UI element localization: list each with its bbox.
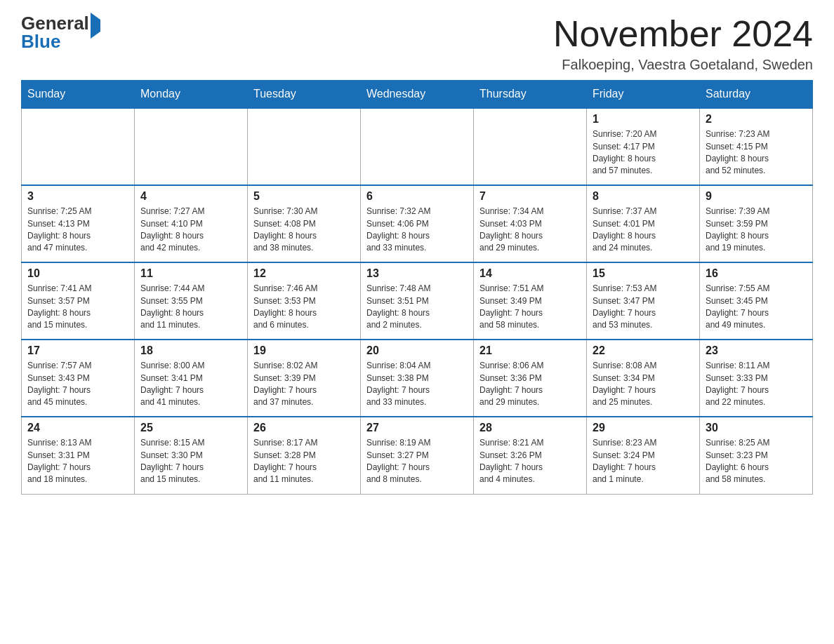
calendar-cell-w2-d7: 9Sunrise: 7:39 AM Sunset: 3:59 PM Daylig… — [700, 185, 813, 262]
day-number: 22 — [593, 344, 694, 357]
calendar-cell-w4-d6: 22Sunrise: 8:08 AM Sunset: 3:34 PM Dayli… — [587, 340, 700, 417]
day-info: Sunrise: 7:37 AM Sunset: 4:01 PM Dayligh… — [593, 206, 694, 255]
calendar-cell-w4-d4: 20Sunrise: 8:04 AM Sunset: 3:38 PM Dayli… — [361, 340, 474, 417]
calendar-cell-w5-d5: 28Sunrise: 8:21 AM Sunset: 3:26 PM Dayli… — [474, 417, 587, 494]
day-number: 1 — [593, 113, 694, 126]
day-number: 5 — [253, 190, 355, 203]
day-info: Sunrise: 7:46 AM Sunset: 3:53 PM Dayligh… — [253, 283, 355, 332]
calendar-cell-w2-d6: 8Sunrise: 7:37 AM Sunset: 4:01 PM Daylig… — [587, 185, 700, 262]
calendar-cell-w5-d4: 27Sunrise: 8:19 AM Sunset: 3:27 PM Dayli… — [361, 417, 474, 494]
day-number: 29 — [593, 422, 694, 434]
calendar-cell-w3-d7: 16Sunrise: 7:55 AM Sunset: 3:45 PM Dayli… — [700, 262, 813, 340]
day-number: 17 — [27, 344, 128, 357]
col-header-thursday: Thursday — [474, 81, 587, 109]
calendar-cell-w1-d2 — [135, 108, 248, 185]
day-number: 27 — [366, 422, 468, 434]
day-number: 12 — [253, 267, 355, 280]
calendar-cell-w4-d5: 21Sunrise: 8:06 AM Sunset: 3:36 PM Dayli… — [474, 340, 587, 417]
day-info: Sunrise: 8:11 AM Sunset: 3:33 PM Dayligh… — [706, 360, 807, 409]
calendar-cell-w5-d3: 26Sunrise: 8:17 AM Sunset: 3:28 PM Dayli… — [248, 417, 361, 494]
day-number: 13 — [366, 267, 468, 280]
logo-arrow-icon — [91, 13, 100, 39]
day-number: 26 — [253, 422, 355, 434]
month-title: November 2024 — [553, 14, 813, 54]
day-info: Sunrise: 8:00 AM Sunset: 3:41 PM Dayligh… — [140, 360, 241, 409]
col-header-friday: Friday — [587, 81, 700, 109]
day-info: Sunrise: 7:23 AM Sunset: 4:15 PM Dayligh… — [706, 128, 807, 177]
col-header-tuesday: Tuesday — [248, 81, 361, 109]
week-row-4: 17Sunrise: 7:57 AM Sunset: 3:43 PM Dayli… — [22, 340, 813, 417]
day-info: Sunrise: 7:20 AM Sunset: 4:17 PM Dayligh… — [593, 128, 694, 177]
calendar-cell-w5-d6: 29Sunrise: 8:23 AM Sunset: 3:24 PM Dayli… — [587, 417, 700, 494]
logo: General Blue — [21, 14, 100, 51]
calendar-cell-w3-d1: 10Sunrise: 7:41 AM Sunset: 3:57 PM Dayli… — [22, 262, 135, 340]
calendar-cell-w3-d6: 15Sunrise: 7:53 AM Sunset: 3:47 PM Dayli… — [587, 262, 700, 340]
calendar-cell-w5-d7: 30Sunrise: 8:25 AM Sunset: 3:23 PM Dayli… — [700, 417, 813, 494]
day-number: 3 — [27, 190, 128, 203]
calendar-cell-w1-d6: 1Sunrise: 7:20 AM Sunset: 4:17 PM Daylig… — [587, 108, 700, 185]
day-info: Sunrise: 8:06 AM Sunset: 3:36 PM Dayligh… — [479, 360, 581, 409]
day-number: 21 — [479, 344, 581, 357]
col-header-sunday: Sunday — [22, 81, 135, 109]
col-header-wednesday: Wednesday — [361, 81, 474, 109]
day-info: Sunrise: 7:55 AM Sunset: 3:45 PM Dayligh… — [706, 283, 807, 332]
day-number: 19 — [253, 344, 355, 357]
day-number: 4 — [140, 190, 241, 203]
calendar-cell-w2-d1: 3Sunrise: 7:25 AM Sunset: 4:13 PM Daylig… — [22, 185, 135, 262]
day-number: 24 — [27, 422, 128, 434]
week-row-2: 3Sunrise: 7:25 AM Sunset: 4:13 PM Daylig… — [22, 185, 813, 262]
day-info: Sunrise: 8:21 AM Sunset: 3:26 PM Dayligh… — [479, 437, 581, 486]
calendar-cell-w4-d3: 19Sunrise: 8:02 AM Sunset: 3:39 PM Dayli… — [248, 340, 361, 417]
calendar-cell-w2-d4: 6Sunrise: 7:32 AM Sunset: 4:06 PM Daylig… — [361, 185, 474, 262]
calendar-cell-w3-d3: 12Sunrise: 7:46 AM Sunset: 3:53 PM Dayli… — [248, 262, 361, 340]
calendar-cell-w2-d5: 7Sunrise: 7:34 AM Sunset: 4:03 PM Daylig… — [474, 185, 587, 262]
day-info: Sunrise: 7:53 AM Sunset: 3:47 PM Dayligh… — [593, 283, 694, 332]
calendar-cell-w4-d1: 17Sunrise: 7:57 AM Sunset: 3:43 PM Dayli… — [22, 340, 135, 417]
title-section: November 2024 Falkoeping, Vaestra Goetal… — [553, 14, 813, 73]
day-number: 18 — [140, 344, 241, 357]
calendar-cell-w4-d2: 18Sunrise: 8:00 AM Sunset: 3:41 PM Dayli… — [135, 340, 248, 417]
week-row-3: 10Sunrise: 7:41 AM Sunset: 3:57 PM Dayli… — [22, 262, 813, 340]
page-header: General Blue November 2024 Falkoeping, V… — [21, 14, 813, 73]
week-row-5: 24Sunrise: 8:13 AM Sunset: 3:31 PM Dayli… — [22, 417, 813, 494]
calendar-cell-w3-d4: 13Sunrise: 7:48 AM Sunset: 3:51 PM Dayli… — [361, 262, 474, 340]
day-info: Sunrise: 7:57 AM Sunset: 3:43 PM Dayligh… — [27, 360, 128, 409]
day-info: Sunrise: 7:32 AM Sunset: 4:06 PM Dayligh… — [366, 206, 468, 255]
calendar-cell-w2-d3: 5Sunrise: 7:30 AM Sunset: 4:08 PM Daylig… — [248, 185, 361, 262]
day-info: Sunrise: 8:04 AM Sunset: 3:38 PM Dayligh… — [366, 360, 468, 409]
calendar-cell-w1-d3 — [248, 108, 361, 185]
logo-blue: Blue — [21, 31, 60, 52]
day-info: Sunrise: 7:25 AM Sunset: 4:13 PM Dayligh… — [27, 206, 128, 255]
day-number: 15 — [593, 267, 694, 280]
day-info: Sunrise: 8:02 AM Sunset: 3:39 PM Dayligh… — [253, 360, 355, 409]
calendar-cell-w1-d1 — [22, 108, 135, 185]
calendar-cell-w3-d5: 14Sunrise: 7:51 AM Sunset: 3:49 PM Dayli… — [474, 262, 587, 340]
day-info: Sunrise: 8:13 AM Sunset: 3:31 PM Dayligh… — [27, 437, 128, 486]
day-info: Sunrise: 7:27 AM Sunset: 4:10 PM Dayligh… — [140, 206, 241, 255]
day-info: Sunrise: 8:15 AM Sunset: 3:30 PM Dayligh… — [140, 437, 241, 486]
day-info: Sunrise: 7:39 AM Sunset: 3:59 PM Dayligh… — [706, 206, 807, 255]
day-info: Sunrise: 7:44 AM Sunset: 3:55 PM Dayligh… — [140, 283, 241, 332]
day-number: 25 — [140, 422, 241, 434]
calendar-cell-w1-d5 — [474, 108, 587, 185]
day-number: 16 — [706, 267, 807, 280]
col-header-monday: Monday — [135, 81, 248, 109]
day-info: Sunrise: 8:23 AM Sunset: 3:24 PM Dayligh… — [593, 437, 694, 486]
day-number: 20 — [366, 344, 468, 357]
calendar-cell-w1-d7: 2Sunrise: 7:23 AM Sunset: 4:15 PM Daylig… — [700, 108, 813, 185]
calendar-cell-w4-d7: 23Sunrise: 8:11 AM Sunset: 3:33 PM Dayli… — [700, 340, 813, 417]
day-number: 7 — [479, 190, 581, 203]
day-number: 8 — [593, 190, 694, 203]
day-number: 28 — [479, 422, 581, 434]
col-header-saturday: Saturday — [700, 81, 813, 109]
day-info: Sunrise: 7:51 AM Sunset: 3:49 PM Dayligh… — [479, 283, 581, 332]
day-number: 30 — [706, 422, 807, 434]
calendar-table: Sunday Monday Tuesday Wednesday Thursday… — [21, 80, 813, 495]
day-info: Sunrise: 8:25 AM Sunset: 3:23 PM Dayligh… — [706, 437, 807, 486]
day-number: 11 — [140, 267, 241, 280]
day-info: Sunrise: 7:34 AM Sunset: 4:03 PM Dayligh… — [479, 206, 581, 255]
day-number: 14 — [479, 267, 581, 280]
day-number: 10 — [27, 267, 128, 280]
day-info: Sunrise: 7:48 AM Sunset: 3:51 PM Dayligh… — [366, 283, 468, 332]
day-info: Sunrise: 7:30 AM Sunset: 4:08 PM Dayligh… — [253, 206, 355, 255]
